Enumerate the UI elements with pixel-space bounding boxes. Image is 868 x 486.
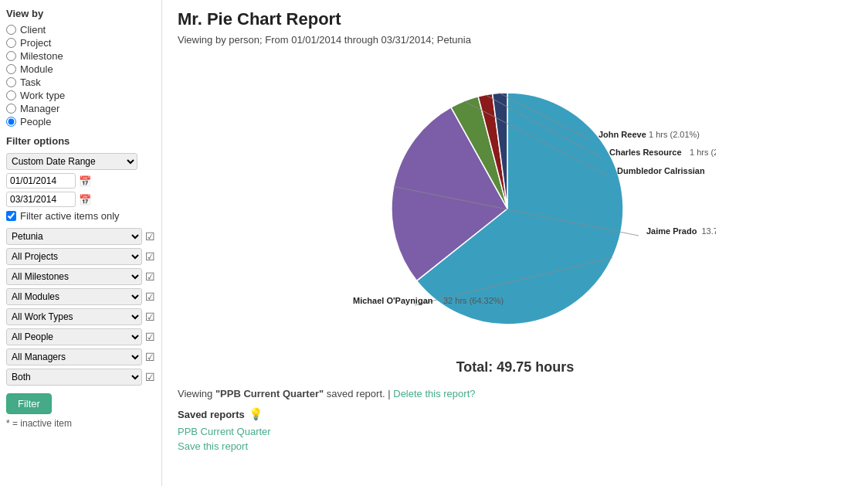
label-hrs: 32 hrs (64.32%) bbox=[443, 296, 504, 305]
saved-report-name: "PPB Current Quarter" bbox=[215, 388, 324, 399]
radio-task[interactable] bbox=[6, 77, 16, 87]
date-range-select[interactable]: Custom Date Range bbox=[6, 153, 137, 170]
label-name: Michael O'Paynigan bbox=[353, 296, 433, 305]
filter-active-label: Filter active items only bbox=[20, 210, 120, 222]
label-name: Jaime Prado bbox=[646, 226, 697, 236]
filter-row-5: All People☑ bbox=[6, 328, 155, 345]
radio-item-module[interactable]: Module bbox=[6, 63, 155, 75]
label-name: Charles Resource bbox=[609, 148, 682, 157]
inactive-note: * = inactive item bbox=[6, 418, 155, 429]
filter-check-7[interactable]: ☑ bbox=[145, 371, 155, 383]
date-from-row: 📅 bbox=[6, 173, 155, 189]
filter-check-1[interactable]: ☑ bbox=[145, 250, 155, 263]
filter-row-6: All Managers☑ bbox=[6, 348, 155, 365]
filter-select-3[interactable]: All Modules bbox=[6, 288, 142, 305]
filter-row-1: All Projects☑ bbox=[6, 248, 155, 265]
radio-item-task[interactable]: Task bbox=[6, 76, 155, 88]
saved-report-note: Viewing "PPB Current Quarter" saved repo… bbox=[178, 388, 853, 399]
filter-options-section: Filter options Custom Date Range 📅 📅 Fil… bbox=[6, 135, 155, 429]
date-to-row: 📅 bbox=[6, 192, 155, 207]
label-hrs: 1 hrs (2.01%) bbox=[649, 130, 700, 139]
filter-options-label: Filter options bbox=[6, 135, 155, 147]
label-name: Dumbledor Calrissian bbox=[617, 166, 705, 175]
filter-row-0: Petunia☑ bbox=[6, 228, 155, 245]
radio-item-manager[interactable]: Manager bbox=[6, 103, 155, 114]
main-content: Mr. Pie Chart Report Viewing by person; … bbox=[162, 0, 868, 486]
filter-row-7: Both☑ bbox=[6, 369, 155, 386]
saved-reports-section: Saved reports 💡 PPB Current Quarter Save… bbox=[178, 407, 853, 452]
saved-reports-label: Saved reports bbox=[178, 409, 245, 420]
filter-row-4: All Work Types☑ bbox=[6, 308, 155, 325]
saved-report-middle: saved report. | bbox=[327, 388, 391, 399]
radio-label-task: Task bbox=[20, 76, 41, 88]
saved-reports-title: Saved reports 💡 bbox=[178, 407, 853, 421]
viewing-text: Viewing by person; From 01/01/2014 throu… bbox=[178, 34, 853, 46]
filter-row-2: All Milestones☑ bbox=[6, 268, 155, 285]
sidebar: View by ClientProjectMilestoneModuleTask… bbox=[0, 0, 162, 486]
bulb-icon: 💡 bbox=[249, 407, 263, 421]
delete-report-link[interactable]: Delete this report? bbox=[393, 388, 475, 399]
radio-item-milestone[interactable]: Milestone bbox=[6, 50, 155, 62]
radio-label-module: Module bbox=[20, 63, 53, 75]
view-by-label: View by bbox=[6, 8, 155, 19]
chart-area: John Reeve 1 hrs (2.01%)Charles Resource… bbox=[178, 58, 853, 352]
filter-select-5[interactable]: All People bbox=[6, 328, 142, 345]
date-from-input[interactable] bbox=[6, 173, 76, 189]
pie-chart-wrapper: John Reeve 1 hrs (2.01%)Charles Resource… bbox=[314, 58, 716, 352]
date-range-dropdown-row: Custom Date Range bbox=[6, 153, 155, 170]
radio-label-project: Project bbox=[20, 37, 51, 49]
radio-item-client[interactable]: Client bbox=[6, 24, 155, 36]
filter-select-4[interactable]: All Work Types bbox=[6, 308, 142, 325]
filter-select-2[interactable]: All Milestones bbox=[6, 268, 142, 285]
filter-select-1[interactable]: All Projects bbox=[6, 248, 142, 265]
radio-client[interactable] bbox=[6, 25, 16, 35]
radio-item-worktype[interactable]: Work type bbox=[6, 90, 155, 101]
radio-worktype[interactable] bbox=[6, 90, 16, 100]
saved-report-prefix: Viewing bbox=[178, 388, 215, 399]
filter-active-row: Filter active items only bbox=[6, 210, 155, 222]
ppb-current-quarter-link[interactable]: PPB Current Quarter bbox=[178, 426, 853, 437]
filter-select-6[interactable]: All Managers bbox=[6, 348, 142, 365]
filter-check-2[interactable]: ☑ bbox=[145, 270, 155, 283]
filter-select-0[interactable]: Petunia bbox=[6, 228, 142, 245]
radio-label-people: People bbox=[20, 116, 51, 127]
radio-manager[interactable] bbox=[6, 104, 16, 114]
filter-active-checkbox[interactable] bbox=[6, 211, 16, 221]
calendar-from-icon[interactable]: 📅 bbox=[79, 175, 91, 187]
filter-button[interactable]: Filter bbox=[6, 393, 52, 414]
filter-row-3: All Modules☑ bbox=[6, 288, 155, 305]
date-to-input[interactable] bbox=[6, 192, 76, 207]
calendar-to-icon[interactable]: 📅 bbox=[79, 194, 91, 206]
radio-module[interactable] bbox=[6, 64, 16, 74]
filter-check-3[interactable]: ☑ bbox=[145, 291, 155, 303]
view-by-group: ClientProjectMilestoneModuleTaskWork typ… bbox=[6, 24, 155, 127]
filter-rows: Petunia☑All Projects☑All Milestones☑All … bbox=[6, 228, 155, 386]
label-hrs: 1 hrs (2.01%) bbox=[690, 148, 716, 157]
radio-item-people[interactable]: People bbox=[6, 116, 155, 127]
radio-label-worktype: Work type bbox=[20, 90, 65, 101]
radio-people[interactable] bbox=[6, 117, 16, 127]
radio-item-project[interactable]: Project bbox=[6, 37, 155, 49]
filter-select-7[interactable]: Both bbox=[6, 369, 142, 386]
label-hrs: 13.75 hrs (27.64%) bbox=[702, 226, 717, 236]
filter-check-0[interactable]: ☑ bbox=[145, 230, 155, 243]
label-name: John Reeve bbox=[598, 130, 646, 139]
pie-chart: John Reeve 1 hrs (2.01%)Charles Resource… bbox=[314, 58, 716, 352]
filter-check-6[interactable]: ☑ bbox=[145, 351, 155, 363]
radio-project[interactable] bbox=[6, 38, 16, 48]
radio-label-manager: Manager bbox=[20, 103, 59, 114]
filter-check-4[interactable]: ☑ bbox=[145, 311, 155, 323]
filter-check-5[interactable]: ☑ bbox=[145, 331, 155, 343]
save-this-report-link[interactable]: Save this report bbox=[178, 440, 853, 452]
radio-label-milestone: Milestone bbox=[20, 50, 63, 62]
radio-label-client: Client bbox=[20, 24, 46, 36]
page-title: Mr. Pie Chart Report bbox=[178, 9, 853, 29]
radio-milestone[interactable] bbox=[6, 51, 16, 61]
total-text: Total: 49.75 hours bbox=[178, 359, 853, 376]
